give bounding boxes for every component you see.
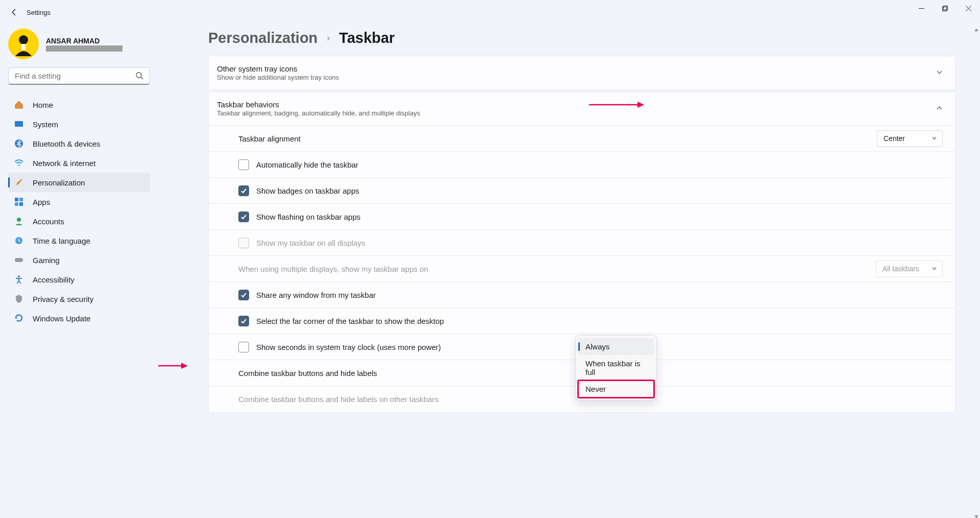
nav-system[interactable]: System — [8, 114, 150, 134]
alignment-dropdown[interactable]: Center — [877, 130, 943, 147]
card-subtitle: Show or hide additional system tray icon… — [217, 74, 339, 81]
profile-email-redacted — [46, 45, 122, 52]
row-alldisplays: Show my taskbar on all displays — [209, 230, 955, 256]
card-tray-icons[interactable]: Other system tray icons Show or hide add… — [208, 56, 955, 90]
access-icon — [14, 275, 23, 284]
row-share[interactable]: Share any window from my taskbar — [209, 282, 955, 308]
scroll-down-arrow[interactable] — [974, 512, 979, 517]
game-icon — [14, 255, 23, 265]
person-icon — [14, 217, 23, 226]
search-box[interactable] — [8, 67, 150, 85]
svg-rect-2 — [943, 6, 947, 10]
avatar — [8, 29, 39, 59]
chevron-down-icon — [936, 68, 943, 78]
checkbox[interactable] — [238, 185, 249, 196]
row-label: Show flashing on taskbar apps — [256, 213, 360, 221]
nav-label: Privacy & security — [33, 295, 93, 303]
nav-bluetooth[interactable]: Bluetooth & devices — [8, 134, 150, 153]
breadcrumb-parent[interactable]: Personalization — [208, 30, 317, 46]
row-corner[interactable]: Select the far corner of the taskbar to … — [209, 308, 955, 334]
brush-icon — [14, 178, 23, 187]
window-title: Settings — [27, 9, 51, 16]
search-input[interactable] — [15, 72, 136, 80]
nav-accessibility[interactable]: Accessibility — [8, 270, 150, 289]
nav-label: Network & internet — [33, 159, 95, 168]
svg-rect-13 — [19, 202, 23, 206]
row-label: When using multiple displays, show my ta… — [238, 265, 428, 273]
popup-item-never[interactable]: Never — [578, 381, 654, 397]
nav-label: Gaming — [33, 256, 60, 265]
close-button[interactable] — [957, 0, 980, 16]
svg-point-5 — [136, 73, 141, 78]
popup-item-always[interactable]: Always — [578, 338, 654, 355]
checkbox[interactable] — [238, 342, 249, 352]
card-title: Other system tray icons — [217, 64, 339, 73]
clock-icon — [14, 236, 23, 245]
shield-icon — [14, 294, 23, 303]
svg-rect-12 — [15, 202, 18, 206]
checkbox[interactable] — [238, 316, 249, 326]
back-button[interactable] — [4, 2, 24, 22]
system-icon — [14, 120, 23, 129]
breadcrumb-current: Taskbar — [339, 30, 395, 46]
nav-label: Bluetooth & devices — [33, 139, 101, 148]
maximize-button[interactable] — [933, 0, 957, 16]
svg-rect-10 — [15, 198, 18, 201]
row-label: Combine taskbar buttons and hide labels … — [238, 395, 438, 404]
svg-rect-7 — [15, 121, 23, 127]
nav-personalization[interactable]: Personalization — [8, 173, 150, 192]
dropdown-value: All taskbars — [883, 265, 919, 273]
row-alignment: Taskbar alignment Center — [209, 126, 955, 152]
window-controls — [910, 0, 980, 16]
nav-label: Accessibility — [33, 275, 75, 284]
nav-privacy[interactable]: Privacy & security — [8, 289, 150, 309]
sidebar: ANSAR AHMAD Home System Bluetooth & devi… — [0, 25, 158, 518]
checkbox[interactable] — [238, 159, 249, 170]
nav-update[interactable]: Windows Update — [8, 309, 150, 328]
row-label: Combine taskbar buttons and hide labels — [238, 369, 377, 378]
checkbox[interactable] — [238, 211, 249, 222]
row-badges[interactable]: Show badges on taskbar apps — [209, 178, 955, 204]
row-label: Share any window from my taskbar — [256, 291, 376, 299]
row-label: Show badges on taskbar apps — [256, 186, 359, 195]
checkbox[interactable] — [238, 290, 249, 300]
row-multidisp: When using multiple displays, show my ta… — [209, 256, 955, 282]
scroll-up-arrow[interactable] — [974, 26, 979, 31]
row-autohide[interactable]: Automatically hide the taskbar — [209, 152, 955, 178]
nav-label: Personalization — [33, 178, 85, 187]
scrollbar[interactable] — [973, 25, 980, 518]
svg-rect-1 — [942, 7, 946, 11]
card-subtitle: Taskbar alignment, badging, automaticall… — [217, 109, 420, 117]
nav-home[interactable]: Home — [8, 95, 150, 114]
nav-gaming[interactable]: Gaming — [8, 250, 150, 270]
checkbox — [238, 238, 249, 248]
minimize-button[interactable] — [910, 0, 933, 16]
popup-item-whenfull[interactable]: When taskbar is full — [578, 355, 654, 381]
profile-name: ANSAR AHMAD — [46, 37, 122, 45]
annotation-arrow — [158, 361, 189, 372]
svg-point-17 — [18, 275, 20, 277]
svg-rect-11 — [19, 198, 23, 201]
nav-accounts[interactable]: Accounts — [8, 211, 150, 231]
nav-label: Windows Update — [33, 314, 90, 323]
nav-label: Apps — [33, 198, 50, 206]
bluetooth-icon — [14, 139, 23, 148]
update-icon — [14, 314, 23, 323]
svg-point-3 — [19, 35, 28, 44]
titlebar: Settings — [0, 0, 980, 25]
row-label: Automatically hide the taskbar — [256, 160, 358, 169]
dropdown-value: Center — [884, 134, 905, 143]
multidisp-dropdown: All taskbars — [876, 261, 943, 277]
svg-point-14 — [17, 218, 21, 222]
nav-apps[interactable]: Apps — [8, 192, 150, 211]
nav-network[interactable]: Network & internet — [8, 153, 150, 173]
nav-label: Home — [33, 101, 53, 109]
combine-dropdown-popup: Always When taskbar is full Never — [575, 335, 657, 401]
row-label: Select the far corner of the taskbar to … — [256, 317, 444, 325]
nav-time[interactable]: Time & language — [8, 231, 150, 250]
profile[interactable]: ANSAR AHMAD — [8, 29, 150, 59]
row-flashing[interactable]: Show flashing on taskbar apps — [209, 204, 955, 230]
main-content: Personalization › Taskbar Other system t… — [158, 25, 980, 518]
card-behaviors-header[interactable]: Taskbar behaviors Taskbar alignment, bad… — [209, 92, 955, 125]
nav-label: Time & language — [33, 237, 90, 245]
